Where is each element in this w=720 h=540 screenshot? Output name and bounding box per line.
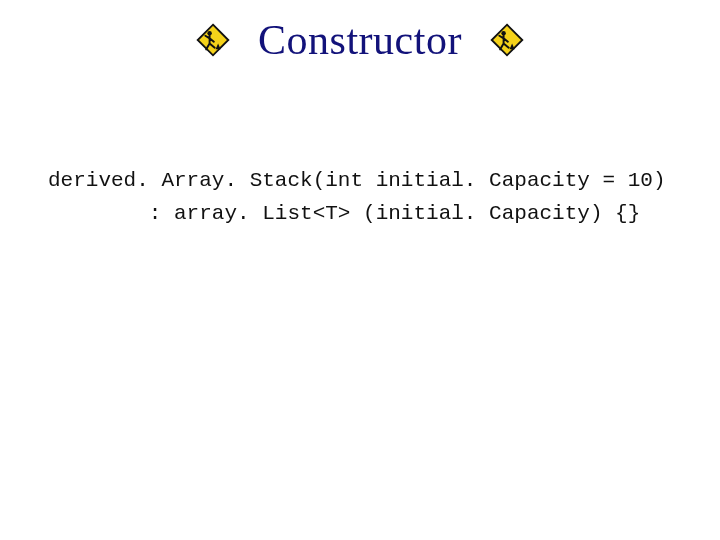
svg-point-3 (501, 31, 505, 35)
construction-sign-icon (490, 23, 524, 57)
code-line-1: derived. Array. Stack(int initial. Capac… (48, 169, 666, 192)
title-row: Constructor (0, 16, 720, 64)
code-block: derived. Array. Stack(int initial. Capac… (48, 165, 666, 230)
code-line-2: : array. List<T> (initial. Capacity) {} (48, 202, 640, 225)
construction-sign-icon (196, 23, 230, 57)
slide-title: Constructor (258, 16, 462, 64)
slide: Constructor derived. Array. Stack(int in… (0, 0, 720, 540)
svg-point-1 (207, 31, 211, 35)
